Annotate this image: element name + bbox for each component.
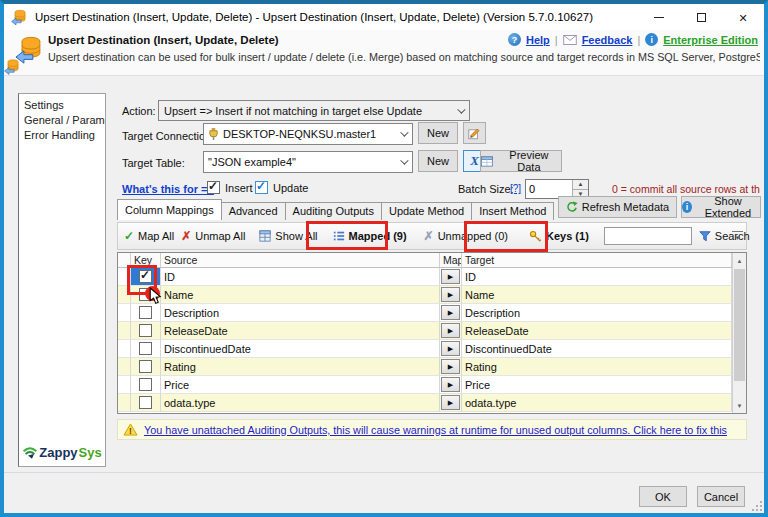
new-table-button[interactable]: New <box>418 150 458 172</box>
key-cell[interactable] <box>131 376 161 394</box>
row-selector-cell[interactable] <box>118 358 131 376</box>
check-icon: ✓ <box>124 229 134 243</box>
link-separator: | <box>555 34 558 46</box>
x-icon: ✗ <box>181 229 191 243</box>
key-cell[interactable] <box>131 304 161 322</box>
tab-update-method[interactable]: Update Method <box>381 202 472 220</box>
row-selector-cell[interactable] <box>118 394 131 412</box>
target-cell[interactable]: ReleaseDate <box>462 322 732 340</box>
sidebar-item-settings[interactable]: Settings <box>24 98 105 113</box>
map-arrow-button[interactable] <box>441 341 460 356</box>
target-cell[interactable]: Rating <box>462 358 732 376</box>
grid-row[interactable]: DiscontinuedDate DiscontinuedDate <box>118 340 732 358</box>
tab-advanced[interactable]: Advanced <box>221 202 286 220</box>
sidebar-item-error-handling[interactable]: Error Handling <box>24 128 105 143</box>
row-selector-cell[interactable] <box>118 304 131 322</box>
row-selector-cell[interactable] <box>118 340 131 358</box>
target-cell[interactable]: Description <box>462 304 732 322</box>
grid-row[interactable]: ID ID <box>118 268 732 286</box>
cancel-button[interactable]: Cancel <box>697 486 745 507</box>
preview-data-button[interactable]: Preview Data <box>480 150 562 172</box>
show-extended-button[interactable]: i Show Extended <box>681 196 761 218</box>
scroll-up-icon[interactable] <box>733 253 746 268</box>
map-arrow-button[interactable] <box>441 287 460 302</box>
insert-checkbox[interactable] <box>207 181 220 194</box>
key-checkbox[interactable] <box>139 306 152 319</box>
enterprise-edition-link[interactable]: Enterprise Edition <box>663 34 758 46</box>
new-connection-button[interactable]: New <box>418 122 458 144</box>
grid-row[interactable]: ReleaseDate ReleaseDate <box>118 322 732 340</box>
source-cell[interactable]: Price <box>161 376 440 394</box>
edit-connection-button[interactable] <box>463 122 486 144</box>
grid-row[interactable]: Description Description <box>118 304 732 322</box>
source-cell[interactable]: Rating <box>161 358 440 376</box>
help-link[interactable]: Help <box>526 34 550 46</box>
map-cell <box>440 286 462 304</box>
scroll-thumb[interactable] <box>734 269 745 381</box>
target-table-combo[interactable]: "JSON example4" <box>203 151 413 173</box>
source-cell[interactable]: odata.type <box>161 394 440 412</box>
row-selector-cell[interactable] <box>118 322 131 340</box>
key-checkbox[interactable] <box>139 378 152 391</box>
grid-row[interactable]: Rating Rating <box>118 358 732 376</box>
source-cell[interactable]: ID <box>161 268 440 286</box>
target-cell[interactable]: Name <box>462 286 732 304</box>
tab-column-mappings[interactable]: Column Mappings <box>117 199 222 220</box>
tab-insert-method[interactable]: Insert Method <box>471 202 554 220</box>
ok-button[interactable]: OK <box>639 486 687 507</box>
target-cell[interactable]: ID <box>462 268 732 286</box>
zappysys-logo: ZappySys <box>19 444 105 460</box>
key-cell[interactable] <box>131 358 161 376</box>
map-all-button[interactable]: ✓ Map All <box>124 229 174 243</box>
map-arrow-button[interactable] <box>441 359 460 374</box>
toolbar-overflow-button[interactable] <box>732 231 743 243</box>
map-arrow-button[interactable] <box>441 323 460 338</box>
source-cell[interactable]: Name <box>161 286 440 304</box>
row-selector-cell[interactable] <box>118 376 131 394</box>
target-connection-combo[interactable]: DESKTOP-NEQNKSU.master1 <box>203 123 413 145</box>
grid-row[interactable]: odata.type odata.type <box>118 394 732 412</box>
component-mini-icon <box>4 58 21 76</box>
search-input[interactable] <box>604 227 692 245</box>
close-button[interactable] <box>722 4 764 30</box>
key-checkbox[interactable] <box>139 396 152 409</box>
grid-scrollbar[interactable] <box>732 253 746 413</box>
update-checkbox[interactable] <box>255 181 268 194</box>
feedback-envelope-icon <box>563 35 577 45</box>
spinner-up-icon[interactable] <box>573 180 588 190</box>
key-cell[interactable] <box>131 340 161 358</box>
help-icon: ? <box>508 33 521 46</box>
scroll-down-icon[interactable] <box>733 398 746 413</box>
source-cell[interactable]: DiscontinuedDate <box>161 340 440 358</box>
refresh-metadata-button[interactable]: Refresh Metadata <box>558 196 677 218</box>
unmap-all-button[interactable]: ✗ Unmap All <box>181 229 245 243</box>
batch-size-help-link[interactable]: [?] <box>510 183 521 194</box>
key-checkbox[interactable] <box>139 360 152 373</box>
link-separator: | <box>637 34 640 46</box>
maximize-button[interactable] <box>680 4 722 30</box>
whats-this-link[interactable]: What's this for => <box>122 183 214 195</box>
grid-row[interactable]: Name Name <box>118 286 732 304</box>
tab-auditing-outputs[interactable]: Auditing Outputs <box>285 202 382 220</box>
target-cell[interactable]: DiscontinuedDate <box>462 340 732 358</box>
key-checkbox[interactable] <box>139 324 152 337</box>
key-checkbox[interactable] <box>139 342 152 355</box>
minimize-button[interactable] <box>638 4 680 30</box>
source-cell[interactable]: Description <box>161 304 440 322</box>
warning-fix-link[interactable]: You have unattached Auditing Outputs, th… <box>144 424 727 436</box>
map-arrow-button[interactable] <box>441 377 460 392</box>
feedback-link[interactable]: Feedback <box>582 34 633 46</box>
target-cell[interactable]: odata.type <box>462 394 732 412</box>
map-arrow-button[interactable] <box>441 395 460 410</box>
map-arrow-button[interactable] <box>441 305 460 320</box>
grid-row[interactable]: Price Price <box>118 376 732 394</box>
key-cell[interactable] <box>131 394 161 412</box>
sidebar-item-general-parameters[interactable]: General / Parameters <box>24 113 105 128</box>
source-cell[interactable]: ReleaseDate <box>161 322 440 340</box>
resize-grip[interactable] <box>752 501 762 511</box>
key-cell[interactable] <box>131 322 161 340</box>
title-bar[interactable]: Upsert Destination (Insert, Update, Dele… <box>4 4 764 30</box>
action-dropdown[interactable]: Upsert => Insert if not matching in targ… <box>158 100 470 121</box>
target-cell[interactable]: Price <box>462 376 732 394</box>
map-arrow-button[interactable] <box>441 269 460 284</box>
